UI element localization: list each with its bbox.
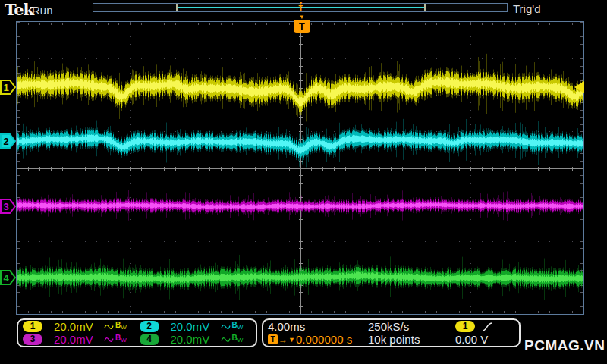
ac-coupling-icon <box>104 323 114 331</box>
svg-text:3: 3 <box>3 201 8 212</box>
ac-coupling-icon <box>221 336 231 344</box>
channel-3-position-marker[interactable]: 3 <box>0 199 17 214</box>
watermark: PCMAG.VN <box>524 337 605 354</box>
record-length: 10k points <box>368 333 455 346</box>
channel-2-readout[interactable]: 2 20.0mV BW <box>140 320 256 333</box>
record-trigger-marker-icon[interactable]: ▼ T <box>299 2 304 12</box>
channel-2-scale: 20.0mV <box>171 320 219 333</box>
svg-text:1: 1 <box>3 82 8 93</box>
channel-3-coupling-bandwidth-icon: BW <box>104 335 127 344</box>
channel-3-badge[interactable]: 3 <box>23 334 42 345</box>
trigger-source-readout[interactable]: 1 <box>455 321 493 332</box>
channel-2-badge[interactable]: 2 <box>140 321 159 332</box>
arrow-down-icon: ▼ <box>288 336 295 344</box>
graticule <box>16 21 584 315</box>
ac-coupling-icon <box>104 336 114 344</box>
bandwidth-label-sub: W <box>121 324 127 331</box>
waveform-display <box>17 22 583 314</box>
trigger-t-icon: T <box>268 334 278 344</box>
horizontal-trigger-box: 4.00ms 250kS/s 1 T → ▼ 0.000000 s 10k po… <box>262 318 521 347</box>
bandwidth-label-sub: W <box>121 337 127 344</box>
rising-edge-icon <box>482 322 493 332</box>
channel-2-coupling-bandwidth-icon: BW <box>221 322 244 331</box>
acquisition-state: Run <box>32 4 53 17</box>
horizontal-scale[interactable]: 4.00ms <box>268 320 368 333</box>
bandwidth-label: B <box>115 334 121 342</box>
channel-3-scale: 20.0mV <box>54 333 102 346</box>
channel-1-coupling-bandwidth-icon: BW <box>104 322 127 331</box>
trigger-position-readout[interactable]: T → ▼ 0.000000 s <box>268 333 368 346</box>
trigger-level-value[interactable]: 0.00 V <box>455 333 488 346</box>
channel-1-position-marker[interactable]: 1 <box>0 80 17 95</box>
svg-text:2: 2 <box>3 136 8 147</box>
ac-coupling-icon <box>221 323 231 331</box>
channel-3-readout[interactable]: 3 20.0mV BW <box>23 333 140 346</box>
channel-4-position-marker[interactable]: 4 <box>0 270 17 285</box>
record-view-bar[interactable]: ▼ T <box>93 3 508 12</box>
trigger-marker-letter: T <box>299 5 304 12</box>
channel-4-readout[interactable]: 4 20.0mV BW <box>140 333 256 346</box>
trigger-status: Trig'd <box>513 2 540 15</box>
record-window-bracket-left[interactable] <box>176 4 178 11</box>
arrow-right-icon: → <box>278 335 288 344</box>
bandwidth-label: B <box>115 321 121 329</box>
tek-logo: Tek <box>5 0 33 19</box>
channel-readouts-box: 1 20.0mV BW 2 20.0mV BW 3 20.0mV BW <box>17 318 257 347</box>
sample-rate: 250kS/s <box>368 320 455 333</box>
channel-1-badge[interactable]: 1 <box>23 321 42 332</box>
trigger-flag-letter: T <box>294 20 310 33</box>
channel-1-scale: 20.0mV <box>54 320 102 333</box>
trigger-flag-arrow-icon: ▼ <box>299 14 305 20</box>
channel-1-readout[interactable]: 1 20.0mV BW <box>23 320 140 333</box>
bandwidth-label-sub: W <box>237 337 244 344</box>
bandwidth-label-sub: W <box>237 324 244 331</box>
trigger-level-arrow-icon[interactable] <box>574 80 584 94</box>
channel-2-position-marker[interactable]: 2 <box>0 133 17 149</box>
trigger-position-value: 0.000000 s <box>296 333 352 346</box>
channel-4-scale: 20.0mV <box>171 333 219 346</box>
channel-4-coupling-bandwidth-icon: BW <box>221 335 244 344</box>
trigger-source-badge[interactable]: 1 <box>455 321 475 332</box>
svg-text:4: 4 <box>3 272 9 284</box>
record-window-bracket-right[interactable] <box>424 4 426 11</box>
bandwidth-label: B <box>232 321 237 329</box>
channel-4-badge[interactable]: 4 <box>140 334 159 345</box>
trigger-position-flag[interactable]: ▼ T <box>293 14 311 33</box>
bandwidth-label: B <box>232 334 237 342</box>
